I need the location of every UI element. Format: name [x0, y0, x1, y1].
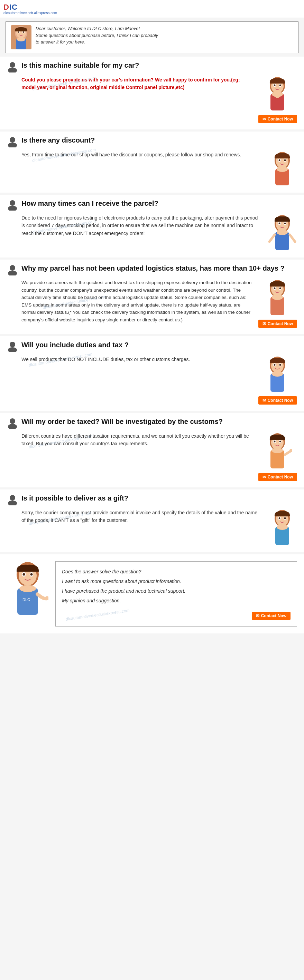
svg-point-27 [277, 166, 288, 172]
female-avatar-7 [268, 509, 297, 545]
answer-area-4: We provide customers with the quickest a… [21, 279, 253, 324]
question-text-6: Will my order be taxed? Will be investig… [21, 417, 223, 426]
logo-url: dlcautomotiveelectr.aliexpress.com [3, 11, 57, 15]
question-text-5: Will you include duties and tax ? [21, 340, 129, 349]
faq-section-3: How many times can I receive the parcel?… [0, 195, 304, 258]
logo-d: D [3, 3, 10, 11]
svg-point-37 [277, 229, 288, 235]
svg-point-9 [8, 68, 17, 73]
svg-point-72 [10, 495, 15, 501]
svg-point-49 [272, 294, 283, 300]
user-icon-3 [7, 199, 18, 210]
welcome-banner: Dear customer, Welcome to DLC store, I a… [5, 21, 299, 53]
svg-point-25 [284, 159, 286, 161]
answer-text-6: Different countries have different taxat… [21, 432, 253, 448]
svg-point-59 [272, 371, 283, 377]
contact-icon-6: ✉ [262, 475, 266, 479]
svg-point-69 [272, 448, 283, 453]
avatar-col-6: ✉ Contact Now [258, 432, 297, 481]
contact-btn-1[interactable]: ✉ Contact Now [258, 115, 297, 123]
svg-point-66 [274, 441, 276, 442]
svg-line-39 [290, 235, 295, 242]
svg-point-24 [279, 159, 280, 161]
svg-point-51 [8, 347, 17, 352]
female-avatar-6 [263, 432, 292, 468]
question-text-7: Is it possible to deliver as a gift? [21, 494, 128, 503]
dialog-footer: dlcautomotiveelectr.aliexpress.com ✉ Con… [62, 609, 291, 621]
svg-point-56 [274, 364, 276, 366]
female-avatar-3 [268, 214, 297, 250]
svg-point-78 [279, 517, 280, 519]
dialog-box: Does the answer solve the question? I wa… [55, 561, 297, 627]
user-icon-6 [7, 418, 18, 429]
answer-text-2: Yes, From time to time our shop will hav… [21, 151, 262, 158]
answer-area-3: Due to the need for rigorous testing of … [21, 214, 262, 237]
svg-point-15 [280, 84, 281, 86]
answer-text-5: We sell products that DO NOT INCLUDE dut… [21, 356, 253, 363]
svg-point-73 [8, 501, 17, 505]
user-icon-2 [7, 136, 18, 147]
question-row-1: Is this machine suitable for my car? [7, 61, 297, 73]
svg-point-86 [23, 573, 25, 576]
contact-btn-5[interactable]: ✉ Contact Now [258, 396, 297, 404]
contact-btn-bottom[interactable]: ✉ Contact Now [252, 612, 291, 620]
answer-area-6: Different countries have different taxat… [21, 432, 253, 448]
welcome-line3: to answer it for you here. [36, 39, 85, 45]
svg-point-81 [277, 524, 288, 530]
avatar-col-5: ✉ Contact Now [258, 356, 297, 404]
logo-lc: IC [10, 3, 18, 11]
question-text-2: Is there any discount? [21, 136, 95, 145]
svg-point-4 [18, 32, 19, 33]
svg-point-46 [274, 288, 276, 289]
svg-point-89 [19, 585, 36, 592]
dialog-line3: I have purchased the product and need te… [62, 586, 291, 596]
answer-area-7: Sorry, the courier company must provide … [21, 509, 262, 524]
bottom-avatar: DLC [7, 561, 48, 613]
answer-area-2: Yes, From time to time our shop will hav… [21, 151, 262, 158]
avatar-col-1: ✉ Contact Now [258, 76, 297, 123]
user-icon-5 [7, 341, 18, 352]
faq-section-4: Why my parcel has not been updated logis… [0, 259, 304, 334]
female-avatar-1 [263, 76, 292, 110]
answer-text-1: Could you please provide us with your ca… [21, 76, 253, 91]
svg-point-29 [8, 206, 17, 210]
svg-point-7 [17, 37, 25, 41]
avatar-col-4: ✉ Contact Now [258, 279, 297, 328]
answer-text-4: We provide customers with the quickest a… [21, 279, 253, 324]
question-text-3: How many times can I receive the parcel? [21, 199, 158, 208]
avatar-svg [11, 25, 32, 49]
answer-area-1: Could you please provide us with your ca… [21, 76, 253, 91]
avatar-col-7 [268, 509, 297, 546]
svg-point-87 [30, 573, 33, 576]
svg-point-35 [284, 223, 286, 224]
watermark-bottom: dlcautomotiveelectr.aliexpress.com [65, 606, 130, 624]
welcome-line1: Dear customer, Welcome to DLC store, I a… [36, 26, 140, 31]
contact-btn-4[interactable]: ✉ Contact Now [258, 320, 297, 328]
question-text-4: Why my parcel has not been updated logis… [21, 264, 285, 273]
contact-btn-6[interactable]: ✉ Contact Now [258, 473, 297, 481]
svg-point-8 [10, 62, 15, 68]
faq-section-1: Is this machine suitable for my car? Cou… [0, 57, 304, 129]
faq-section-6: Will my order be taxed? Will be investig… [0, 413, 304, 487]
svg-point-67 [280, 441, 281, 442]
svg-point-34 [279, 223, 280, 224]
bottom-section: DLC Does the answer solve the question? … [0, 554, 304, 633]
contact-icon-1: ✉ [262, 117, 266, 121]
page-header: DIC dlcautomotiveelectr.aliexpress.com [0, 0, 304, 18]
question-row-2: Is there any discount? [7, 136, 297, 147]
svg-point-50 [10, 342, 15, 347]
user-icon-7 [7, 494, 18, 505]
dialog-line1: Does the answer solve the question? [62, 567, 291, 576]
svg-point-5 [23, 32, 24, 33]
svg-point-79 [284, 517, 286, 519]
dialog-line4: My opinion and suggestion. [62, 596, 291, 606]
female-avatar-2 [268, 151, 297, 185]
svg-point-41 [8, 270, 17, 275]
svg-point-61 [8, 424, 17, 429]
faq-section-7: Is it possible to deliver as a gift? Sor… [0, 490, 304, 552]
dialog-line2: I want to ask more questions about produ… [62, 576, 291, 586]
faq-section-2: Is there any discount? Yes, From time to… [0, 132, 304, 192]
contact-icon-bottom: ✉ [256, 613, 259, 618]
answer-text-7: Sorry, the courier company must provide … [21, 509, 262, 524]
question-row-7: Is it possible to deliver as a gift? [7, 494, 297, 505]
